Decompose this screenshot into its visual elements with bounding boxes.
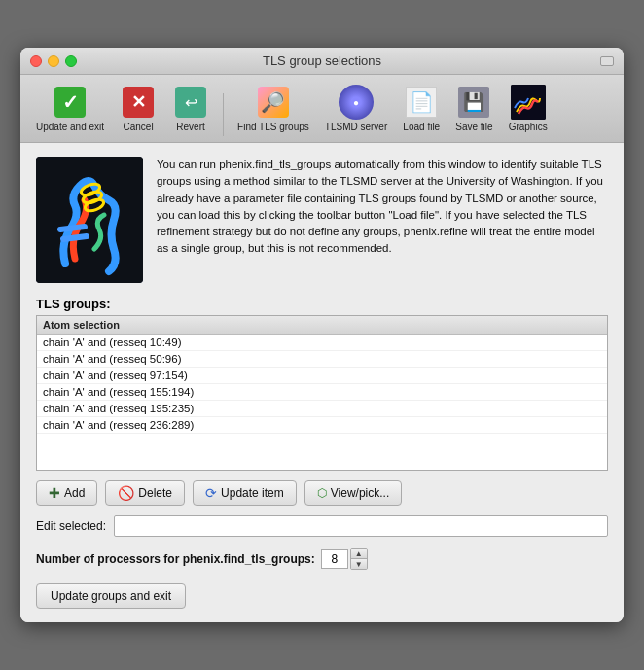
load-icon: 📄: [406, 87, 437, 118]
toolbar-separator: [223, 93, 224, 136]
update-item-button[interactable]: ⟳ Update item: [193, 480, 297, 506]
save-file-label: Save file: [455, 122, 492, 132]
main-window: TLS group selections ✓ Update and exit ✕…: [20, 48, 624, 622]
toolbar: ✓ Update and exit ✕ Cancel ↩ Revert 🔎 Fi…: [20, 75, 624, 143]
svg-rect-1: [36, 157, 143, 283]
maximize-button[interactable]: [65, 55, 77, 67]
window-title: TLS group selections: [263, 53, 381, 68]
table-empty-space: [37, 434, 607, 457]
tlsmd-icon: ●: [339, 85, 374, 120]
update-item-label: Update item: [221, 486, 284, 500]
revert-label: Revert: [176, 122, 204, 132]
tls-row-0[interactable]: chain 'A' and (resseq 10:49): [37, 335, 607, 351]
info-section: You can run phenix.find_tls_groups autom…: [36, 157, 608, 283]
stepper-down-button[interactable]: ▼: [351, 559, 367, 569]
update-groups-exit-button[interactable]: Update groups and exit: [36, 583, 186, 609]
add-button[interactable]: ✚ Add: [36, 480, 97, 506]
stepper-buttons: ▲ ▼: [350, 548, 368, 570]
processors-stepper: ▲ ▼: [321, 548, 368, 570]
edit-selected-input[interactable]: [114, 515, 608, 537]
atom-selection-header: Atom selection: [43, 319, 601, 331]
edit-selected-row: Edit selected:: [36, 515, 608, 537]
edit-selected-label: Edit selected:: [36, 519, 106, 533]
save-file-button[interactable]: 💾 Save file: [449, 81, 498, 136]
x-icon: ✕: [123, 87, 154, 118]
traffic-lights: [30, 55, 77, 67]
tls-row-1[interactable]: chain 'A' and (resseq 50:96): [37, 351, 607, 368]
cancel-button[interactable]: ✕ Cancel: [114, 81, 162, 136]
minimize-button[interactable]: [48, 55, 59, 67]
graphics-label: Graphics: [509, 122, 548, 132]
resize-handle[interactable]: [600, 56, 614, 66]
tls-row-3[interactable]: chain 'A' and (resseq 155:194): [37, 384, 607, 401]
view-pick-label: View/pick...: [331, 486, 389, 500]
revert-icon: ↩: [175, 87, 206, 118]
update-item-icon: ⟳: [205, 485, 217, 501]
svg-rect-0: [511, 85, 546, 120]
revert-button[interactable]: ↩ Revert: [166, 81, 215, 136]
protein-image: [36, 157, 143, 283]
find-tls-button[interactable]: 🔎 Find TLS groups: [232, 81, 315, 136]
tls-groups-table[interactable]: Atom selection chain 'A' and (resseq 10:…: [36, 315, 608, 471]
action-buttons: ✚ Add 🚫 Delete ⟳ Update item ⬡ View/pick…: [36, 480, 608, 506]
tls-row-2[interactable]: chain 'A' and (resseq 97:154): [37, 368, 607, 384]
tls-row-5[interactable]: chain 'A' and (resseq 236:289): [37, 417, 607, 434]
close-button[interactable]: [30, 55, 42, 67]
checkmark-icon: ✓: [54, 87, 86, 118]
save-icon: 💾: [458, 87, 489, 118]
add-icon: ✚: [49, 485, 60, 501]
content-area: You can run phenix.find_tls_groups autom…: [20, 143, 624, 622]
tls-table-header: Atom selection: [37, 316, 607, 335]
processors-label: Number of processors for phenix.find_tls…: [36, 552, 315, 566]
delete-button[interactable]: 🚫 Delete: [105, 480, 185, 506]
add-label: Add: [64, 486, 85, 500]
find-icon: 🔎: [258, 87, 289, 118]
load-file-label: Load file: [403, 122, 440, 132]
tls-row-4[interactable]: chain 'A' and (resseq 195:235): [37, 401, 607, 417]
delete-icon: 🚫: [118, 485, 134, 501]
processors-input[interactable]: [321, 549, 348, 569]
graphics-icon: [511, 85, 546, 120]
titlebar: TLS group selections: [20, 48, 624, 75]
update-exit-button[interactable]: ✓ Update and exit: [30, 81, 110, 136]
load-file-button[interactable]: 📄 Load file: [397, 81, 446, 136]
stepper-up-button[interactable]: ▲: [351, 549, 367, 559]
find-tls-label: Find TLS groups: [237, 122, 309, 132]
tlsmd-server-button[interactable]: ● TLSMD server: [319, 81, 393, 136]
processors-row: Number of processors for phenix.find_tls…: [36, 548, 608, 570]
cancel-label: Cancel: [123, 122, 153, 132]
tls-groups-label: TLS groups:: [36, 297, 608, 311]
graphics-button[interactable]: Graphics: [503, 81, 554, 136]
view-pick-icon: ⬡: [317, 486, 327, 500]
update-exit-label: Update and exit: [36, 122, 104, 132]
view-pick-button[interactable]: ⬡ View/pick...: [304, 480, 402, 506]
tlsmd-label: TLSMD server: [325, 122, 387, 132]
delete-label: Delete: [138, 486, 172, 500]
info-text: You can run phenix.find_tls_groups autom…: [157, 157, 608, 283]
